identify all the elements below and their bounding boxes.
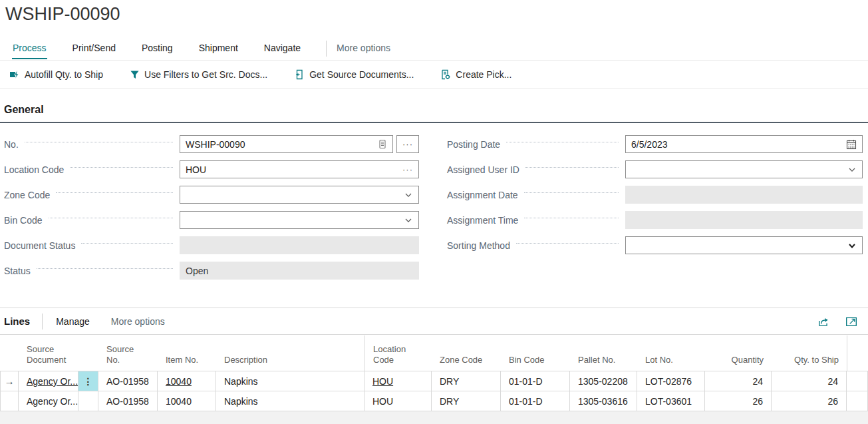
- autofill-qty-label: Autofill Qty. to Ship: [25, 69, 103, 80]
- tab-shipment[interactable]: Shipment: [198, 40, 239, 58]
- share-icon[interactable]: [817, 316, 829, 327]
- field-location-code: Location Code HOU ···: [4, 160, 419, 178]
- quantity-cell[interactable]: 26: [705, 391, 772, 411]
- chevron-down-icon[interactable]: [404, 216, 413, 225]
- column-header-location-code[interactable]: Location Code: [364, 335, 432, 371]
- table-row: Agency Or... AO-01958 10040 Napkins HOU …: [0, 391, 868, 411]
- posting-date-label: Posting Date: [447, 139, 500, 150]
- dotted-leader: [524, 192, 619, 193]
- use-filters-label: Use Filters to Get Src. Docs...: [144, 69, 267, 80]
- dotted-leader: [506, 142, 619, 142]
- no-assist-edit-button[interactable]: ···: [396, 135, 419, 153]
- lot-no-cell[interactable]: LOT-03601: [637, 391, 705, 411]
- quantity-cell[interactable]: 24: [705, 371, 772, 391]
- field-no: No. WSHIP-00090 ···: [4, 135, 419, 153]
- column-header-quantity[interactable]: Quantity: [705, 335, 772, 371]
- zone-code-cell[interactable]: DRY: [432, 371, 501, 391]
- column-header-zone-code[interactable]: Zone Code: [432, 335, 501, 371]
- zone-code-dropdown[interactable]: [180, 186, 419, 204]
- qty-to-ship-cell[interactable]: 26: [772, 391, 847, 411]
- general-section-heading[interactable]: General: [0, 104, 868, 123]
- source-document-cell[interactable]: Agency Or...: [19, 371, 78, 391]
- assigned-user-id-dropdown[interactable]: [625, 160, 863, 178]
- use-filters-button[interactable]: Use Filters to Get Src. Docs...: [130, 69, 267, 80]
- column-header-pallet-no[interactable]: Pallet No.: [570, 335, 637, 371]
- assigned-user-id-label: Assigned User ID: [447, 164, 519, 175]
- zone-code-cell[interactable]: DRY: [432, 391, 501, 411]
- source-document-cell[interactable]: Agency Or...: [19, 391, 78, 411]
- location-code-cell[interactable]: HOU: [364, 371, 432, 391]
- bin-code-dropdown[interactable]: [180, 211, 419, 229]
- location-code-lookup-icon[interactable]: ···: [402, 164, 413, 174]
- row-menu-cell[interactable]: [78, 391, 98, 411]
- source-no-cell[interactable]: AO-01958: [98, 371, 158, 391]
- lines-toolbar-divider: [42, 314, 43, 329]
- tab-posting[interactable]: Posting: [141, 40, 174, 58]
- tab-process[interactable]: Process: [12, 40, 47, 59]
- field-zone-code: Zone Code: [4, 186, 419, 204]
- create-pick-button[interactable]: Create Pick...: [440, 69, 511, 80]
- column-header-item-no[interactable]: Item No.: [158, 335, 216, 371]
- action-bar: Autofill Qty. to Ship Use Filters to Get…: [0, 61, 868, 89]
- create-pick-icon: [440, 69, 451, 80]
- ribbon-tabbar: Process Print/Send Posting Shipment Navi…: [0, 40, 868, 61]
- filter-icon: [130, 70, 140, 80]
- lines-more-options-button[interactable]: More options: [111, 316, 165, 327]
- bin-code-cell[interactable]: 01-01-D: [501, 391, 570, 411]
- column-header-qty-to-ship[interactable]: Qty. to Ship: [772, 335, 847, 371]
- trailing-cell: [847, 371, 868, 391]
- no-series-icon[interactable]: [378, 139, 387, 149]
- column-header-trailing: [847, 335, 868, 371]
- focus-mode-icon[interactable]: [845, 316, 857, 327]
- create-pick-label: Create Pick...: [456, 69, 511, 80]
- calendar-icon[interactable]: [846, 139, 857, 150]
- chevron-down-icon[interactable]: [847, 165, 857, 174]
- pallet-no-cell[interactable]: 1305-03616: [570, 391, 637, 411]
- chevron-down-bold-icon[interactable]: [847, 241, 857, 250]
- column-header-description[interactable]: Description: [216, 335, 364, 371]
- get-source-documents-label: Get Source Documents...: [309, 69, 414, 80]
- location-code-input[interactable]: HOU ···: [180, 160, 419, 178]
- status-label: Status: [4, 266, 31, 276]
- lines-table-header: Source Document Source No. Item No. Desc…: [0, 335, 868, 371]
- qty-to-ship-cell[interactable]: 24: [772, 371, 847, 391]
- pallet-no-cell[interactable]: 1305-02208: [570, 371, 637, 391]
- location-code-cell[interactable]: HOU: [364, 391, 432, 411]
- bin-code-cell[interactable]: 01-01-D: [501, 371, 570, 391]
- get-source-documents-button[interactable]: Get Source Documents...: [294, 69, 414, 80]
- no-input[interactable]: WSHIP-00090: [180, 135, 393, 153]
- table-row: → Agency Or... ⋮ AO-01958 10040 Napkins …: [0, 371, 868, 391]
- assignment-date-label: Assignment Date: [447, 190, 518, 200]
- assignment-date-field: [625, 186, 863, 204]
- column-header-source-no[interactable]: Source No.: [98, 335, 158, 371]
- lot-no-cell[interactable]: LOT-02876: [637, 371, 705, 391]
- more-options-button[interactable]: More options: [336, 40, 391, 56]
- general-left-column: No. WSHIP-00090 ··· Locati: [4, 135, 419, 287]
- tab-navigate[interactable]: Navigate: [263, 40, 301, 58]
- posting-date-input[interactable]: 6/5/2023: [625, 135, 863, 153]
- description-cell[interactable]: Napkins: [216, 391, 364, 411]
- column-header-bin-code[interactable]: Bin Code: [501, 335, 570, 371]
- autofill-qty-button[interactable]: Autofill Qty. to Ship: [9, 69, 103, 80]
- column-header-lot-no[interactable]: Lot No.: [637, 335, 705, 371]
- field-bin-code: Bin Code: [4, 211, 419, 229]
- item-no-cell[interactable]: 10040: [158, 371, 216, 391]
- item-no-cell[interactable]: 10040: [158, 391, 216, 411]
- lines-table-body: → Agency Or... ⋮ AO-01958 10040 Napkins …: [0, 371, 868, 411]
- warehouse-shipment-page: WSHIP-00090 Process Print/Send Posting S…: [0, 0, 868, 424]
- description-cell[interactable]: Napkins: [216, 371, 364, 391]
- dotted-leader: [49, 218, 173, 218]
- page-title: WSHIP-00090: [5, 4, 120, 25]
- tab-print-send[interactable]: Print/Send: [72, 40, 116, 58]
- lines-heading: Lines: [4, 316, 30, 327]
- lines-manage-button[interactable]: Manage: [56, 316, 90, 327]
- row-selector-cell[interactable]: →: [0, 371, 19, 391]
- column-header-source-document[interactable]: Source Document: [19, 335, 78, 371]
- chevron-down-icon[interactable]: [404, 190, 413, 200]
- row-selector-cell[interactable]: [0, 391, 19, 411]
- source-no-cell[interactable]: AO-01958: [98, 391, 158, 411]
- field-assigned-user-id: Assigned User ID: [447, 160, 863, 178]
- row-menu-button[interactable]: ⋮: [78, 371, 98, 391]
- sorting-method-select[interactable]: [625, 236, 863, 254]
- status-field: Open: [180, 262, 419, 280]
